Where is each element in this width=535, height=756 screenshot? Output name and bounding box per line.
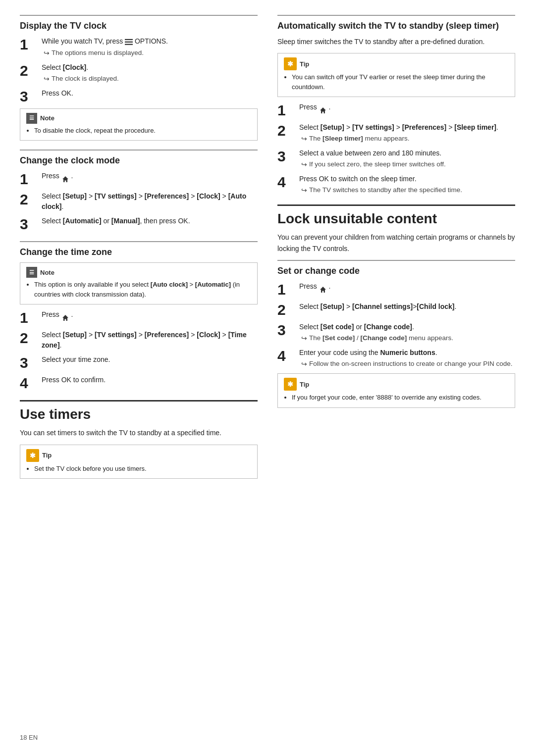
step-text-after: .: [329, 282, 331, 290]
note-box: ☰ Note To disable the clock, repeat the …: [20, 108, 258, 141]
step-item: 4 Enter your code using the Numeric butt…: [277, 348, 515, 369]
step-content: Press OK.: [42, 88, 258, 99]
step-text-after: .: [329, 103, 331, 111]
svg-rect-0: [125, 39, 133, 40]
tip-label: Tip: [300, 381, 309, 388]
note-icon: ☰: [26, 113, 37, 124]
tip-list: You can switch off your TV earlier or re…: [284, 72, 509, 92]
step-number: 4: [20, 375, 38, 391]
page-footer: 18 EN: [20, 734, 38, 741]
step-number: 2: [277, 122, 295, 139]
arrow-icon: ↪: [44, 48, 50, 58]
tip-header: ✱ Tip: [284, 57, 509, 70]
arrow-icon: ↪: [301, 359, 307, 369]
change-time-zone-title: Change the time zone: [20, 241, 258, 257]
step-item: 1 Press .: [20, 309, 258, 326]
arrow-text: The [Set code] / [Change code] menu appe…: [309, 333, 453, 343]
tip-label: Tip: [42, 452, 52, 459]
use-timers-title: Use timers: [20, 400, 258, 422]
step-item: 1 Press .: [277, 281, 515, 298]
arrow-text: The TV switches to standby after the spe…: [309, 185, 462, 195]
step-content: Select [Setup] > [TV settings] > [Prefer…: [42, 330, 258, 351]
step-text: While you watch TV, press: [42, 37, 125, 45]
step-item: 2 Select [Setup] > [TV settings] > [Pref…: [20, 330, 258, 351]
svg-marker-5: [320, 107, 326, 113]
change-clock-mode-steps: 1 Press . 2: [20, 171, 258, 232]
arrow-text: Follow the on-screen instructions to cre…: [309, 359, 512, 369]
arrow-line: ↪ If you select zero, the sleep timer sw…: [301, 159, 515, 170]
step-text-after: .: [71, 172, 73, 180]
step-content: Select a value between zero and 180 minu…: [299, 148, 515, 170]
tip-header: ✱ Tip: [284, 378, 509, 391]
svg-rect-2: [125, 44, 133, 45]
step-number: 1: [20, 309, 38, 326]
svg-marker-4: [62, 315, 68, 321]
step-text: Select a value between zero and 180 minu…: [299, 148, 515, 158]
svg-marker-6: [320, 287, 326, 293]
note-list: To disable the clock, repeat the procedu…: [26, 126, 251, 136]
step-content: Press .: [42, 309, 258, 320]
auto-switch-steps: 1 Press . 2: [277, 102, 515, 196]
note-header: ☰ Note: [26, 267, 251, 278]
tip-box: ✱ Tip Set the TV clock before you use ti…: [20, 445, 258, 479]
tip-list: If you forget your code, enter '8888' to…: [284, 393, 509, 403]
step-number: 3: [277, 148, 295, 164]
tip-item: You can switch off your TV earlier or re…: [292, 72, 509, 92]
numeric-bold: Numeric buttons: [380, 349, 435, 356]
step-item: 1 While you watch TV, press: [20, 36, 258, 58]
options-icon: [125, 37, 133, 47]
arrow-icon: ↪: [44, 74, 50, 84]
step-item: 3 Select [Automatic] or [Manual], then p…: [20, 216, 258, 232]
step-text: Press: [42, 310, 61, 318]
auto-switch-title: Automatically switch the TV to standby (…: [277, 15, 515, 31]
step-item: 2 Select [Clock]. ↪ The clock is display…: [20, 62, 258, 84]
step-content: While you watch TV, press OPTIONS.: [42, 36, 258, 58]
arrow-line: ↪ The [Set code] / [Change code] menu ap…: [301, 333, 515, 344]
step-item: 2 Select [Setup] > [TV settings] > [Pref…: [277, 122, 515, 144]
bracket-text: [Clock]: [63, 63, 86, 71]
arrow-icon: ↪: [301, 159, 307, 170]
step-number: 2: [277, 302, 295, 318]
tip-box: ✱ Tip If you forget your code, enter '88…: [277, 373, 515, 408]
step-content: Select [Clock]. ↪ The clock is displayed…: [42, 62, 258, 84]
step-text-after: .: [71, 310, 73, 318]
step-number: 1: [277, 102, 295, 118]
lock-unsuitable-title: Lock unsuitable content: [277, 204, 515, 227]
step-item: 2 Select [Setup] > [Channel settings]>[C…: [277, 302, 515, 318]
step-item: 3 Select your time zone.: [20, 354, 258, 371]
step-text: Press OK.: [42, 88, 258, 99]
step-item: 3 Select [Set code] or [Change code]. ↪ …: [277, 322, 515, 344]
arrow-text: If you select zero, the sleep timer swit…: [309, 159, 446, 169]
display-clock-steps: 1 While you watch TV, press: [20, 36, 258, 104]
home-icon: [320, 105, 326, 111]
step-content: Select [Set code] or [Change code]. ↪ Th…: [299, 322, 515, 344]
auto-switch-intro: Sleep timer switches the TV to standby a…: [277, 36, 515, 47]
auto-switch-section: Automatically switch the TV to standby (…: [277, 15, 515, 196]
step-number: 4: [277, 174, 295, 190]
step-text: Press: [299, 282, 319, 290]
step-content: Select [Setup] > [Channel settings]>[Chi…: [299, 302, 515, 312]
step-content: Enter your code using the Numeric button…: [299, 348, 515, 369]
step-item: 4 Press OK to switch on the sleep timer.…: [277, 174, 515, 196]
step-number: 3: [277, 322, 295, 338]
step-content: Select your time zone.: [42, 354, 258, 365]
tip-icon: ✱: [284, 57, 297, 70]
lock-unsuitable-intro: You can prevent your children from watch…: [277, 232, 515, 254]
step-number: 2: [20, 191, 38, 207]
step-text: Press: [299, 103, 319, 111]
step-text: Press: [42, 172, 61, 180]
arrow-line: ↪ The clock is displayed.: [44, 74, 258, 84]
change-time-zone-steps: 1 Press . 2: [20, 309, 258, 391]
home-icon: [62, 174, 69, 180]
step-item: 1 Press .: [277, 102, 515, 118]
note-list: This option is only available if you sel…: [26, 280, 251, 299]
step-text: Press OK to switch on the sleep timer.: [299, 174, 515, 184]
note-label: Note: [40, 114, 54, 122]
use-timers-intro: You can set timers to switch the TV to s…: [20, 427, 258, 438]
set-change-code-section: Set or change code 1 Press: [277, 260, 515, 408]
tip-header: ✱ Tip: [26, 449, 251, 462]
step-number: 3: [20, 354, 38, 371]
step-number: 2: [20, 330, 38, 346]
note-icon: ☰: [26, 267, 37, 278]
tip-list: Set the TV clock before you use timers.: [26, 464, 251, 474]
